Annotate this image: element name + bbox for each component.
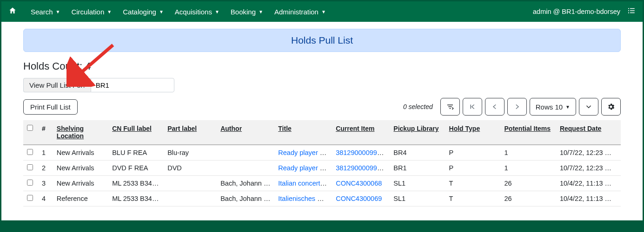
cell-reqdate: 10/7/22, 12:23 …	[556, 145, 621, 161]
table-row: 2New ArrivalsDVD F READVDReady player on…	[23, 161, 621, 176]
table-row: 3New ArrivalsML 2533 B34 C…Bach, Johann …	[23, 176, 621, 191]
cell-cn: ML 2533 B34 C…	[108, 191, 164, 206]
nav-circulation[interactable]: Circulation▼	[66, 3, 117, 20]
rows-per-page-button[interactable]: Rows 10▼	[530, 98, 576, 116]
col-pickup-library[interactable]: Pickup Library	[390, 120, 445, 145]
cell-current[interactable]: CONC4300069	[332, 191, 390, 206]
cell-shelving: New Arrivals	[53, 145, 108, 161]
settings-button[interactable]	[601, 98, 621, 116]
table-header-row: # Shelving Location CN Full label Part l…	[23, 120, 621, 145]
col-author[interactable]: Author	[217, 120, 274, 145]
cell-reqdate: 10/4/22, 11:13 …	[556, 176, 621, 191]
cell-num: 4	[38, 191, 53, 206]
cell-author: Bach, Johann S…	[217, 191, 274, 206]
cell-holdtype: T	[445, 191, 501, 206]
cell-potential: 26	[501, 176, 556, 191]
cell-holdtype: T	[445, 176, 501, 191]
first-page-button[interactable]	[463, 98, 482, 116]
caret-down-icon: ▼	[215, 9, 219, 14]
cell-num: 2	[38, 161, 53, 176]
cell-cn: ML 2533 B34 C…	[108, 176, 164, 191]
cell-potential: 1	[501, 161, 556, 176]
cell-title[interactable]: Ready player one	[274, 161, 332, 176]
page-banner: Holds Pull List	[23, 29, 621, 52]
holds-count: Holds Count: 4	[23, 60, 621, 72]
expand-button[interactable]	[579, 98, 598, 116]
cell-title[interactable]: Italian concerto…	[274, 176, 332, 191]
print-full-list-button[interactable]: Print Full List	[23, 99, 78, 115]
cell-reqdate: 10/4/22, 11:13 …	[556, 191, 621, 206]
cell-cn: BLU F REA	[108, 145, 164, 161]
row-checkbox[interactable]	[27, 180, 33, 186]
cell-pickup: BR4	[390, 145, 445, 161]
cell-reqdate: 10/7/22, 12:23 …	[556, 161, 621, 176]
cell-title[interactable]: Italienisches Ko…	[274, 191, 332, 206]
col-cn-full-label[interactable]: CN Full label	[108, 120, 164, 145]
list-menu-icon[interactable]	[627, 6, 636, 17]
svg-point-4	[628, 12, 629, 13]
cell-potential: 26	[501, 191, 556, 206]
nav-cataloging[interactable]: Cataloging▼	[117, 3, 169, 20]
table-row: 1New ArrivalsBLU F REABlu-rayReady playe…	[23, 145, 621, 161]
next-page-button[interactable]	[507, 98, 527, 116]
cell-author	[217, 145, 274, 161]
caret-down-icon: ▼	[565, 104, 570, 110]
svg-point-0	[628, 8, 629, 9]
cell-current[interactable]: CONC4300068	[332, 176, 390, 191]
col-hold-type[interactable]: Hold Type	[445, 120, 501, 145]
cell-potential: 1	[501, 145, 556, 161]
svg-rect-1	[630, 8, 635, 9]
pull-list-for-label: View Pull List For:	[23, 78, 91, 92]
cell-num: 3	[38, 176, 53, 191]
nav-administration[interactable]: Administration▼	[269, 3, 332, 20]
cell-author: Bach, Johann S…	[217, 176, 274, 191]
cell-pickup: SL1	[390, 191, 445, 206]
nav-search[interactable]: Search▼	[25, 3, 66, 20]
col-potential-items[interactable]: Potential Items	[501, 120, 556, 145]
holds-table: # Shelving Location CN Full label Part l…	[23, 120, 621, 206]
svg-point-2	[628, 10, 629, 11]
cell-current[interactable]: 38129000099544	[332, 161, 390, 176]
cell-shelving: Reference	[53, 191, 108, 206]
cell-part	[164, 176, 217, 191]
cell-holdtype: P	[445, 145, 501, 161]
select-all-checkbox[interactable]	[27, 125, 33, 131]
home-icon[interactable]	[8, 6, 17, 17]
selected-count: 0 selected	[403, 103, 433, 110]
cell-pickup: SL1	[390, 176, 445, 191]
cell-author	[217, 161, 274, 176]
caret-down-icon: ▼	[107, 9, 112, 14]
pull-list-for-input[interactable]	[91, 78, 174, 92]
cell-part: Blu-ray	[164, 145, 217, 161]
prev-page-button[interactable]	[485, 98, 505, 116]
svg-rect-3	[630, 10, 635, 11]
nav-acquisitions[interactable]: Acquisitions▼	[169, 3, 225, 20]
filter-button[interactable]	[440, 98, 460, 116]
col-part-label[interactable]: Part label	[164, 120, 217, 145]
svg-rect-5	[630, 13, 635, 13]
caret-down-icon: ▼	[321, 9, 326, 14]
col-shelving-location[interactable]: Shelving Location	[53, 120, 108, 145]
cell-pickup: BR1	[390, 161, 445, 176]
row-checkbox[interactable]	[27, 164, 33, 170]
cell-shelving: New Arrivals	[53, 161, 108, 176]
cell-cn: DVD F REA	[108, 161, 164, 176]
col-request-date[interactable]: Request Date	[556, 120, 621, 145]
banner-title: Holds Pull List	[291, 35, 353, 45]
user-info: admin @ BR1-demo-bdorsey	[533, 8, 620, 15]
caret-down-icon: ▼	[56, 9, 60, 14]
cell-part: DVD	[164, 161, 217, 176]
table-row: 4ReferenceML 2533 B34 C…Bach, Johann S…I…	[23, 191, 621, 206]
cell-current[interactable]: 38129000099551	[332, 145, 390, 161]
nav-booking[interactable]: Booking▼	[225, 3, 269, 20]
cell-title[interactable]: Ready player one	[274, 145, 332, 161]
row-checkbox[interactable]	[27, 149, 33, 155]
top-navbar: Search▼ Circulation▼ Cataloging▼ Acquisi…	[1, 1, 643, 22]
row-checkbox[interactable]	[27, 195, 33, 201]
col-current-item[interactable]: Current Item	[332, 120, 390, 145]
col-title[interactable]: Title	[274, 120, 332, 145]
cell-part	[164, 191, 217, 206]
cell-holdtype: P	[445, 161, 501, 176]
col-num: #	[38, 120, 53, 145]
caret-down-icon: ▼	[159, 9, 164, 14]
